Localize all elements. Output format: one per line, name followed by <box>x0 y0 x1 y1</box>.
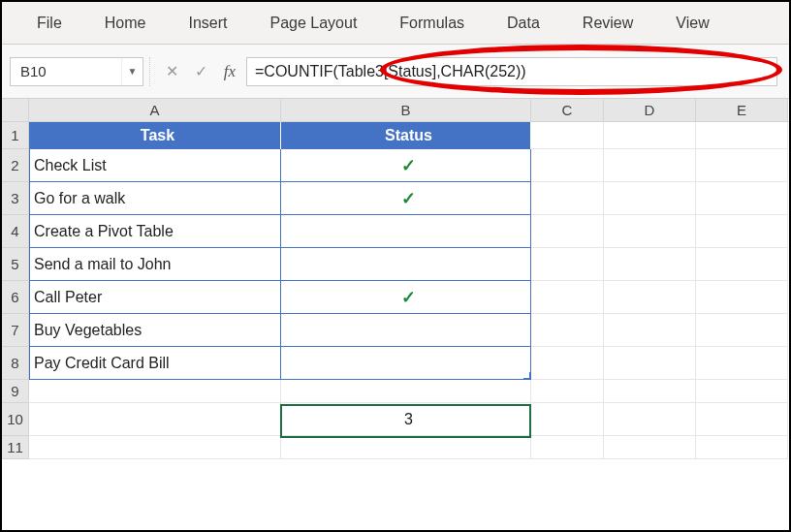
cancel-icon[interactable]: ✕ <box>157 57 186 86</box>
cell[interactable] <box>29 380 281 403</box>
ribbon-tab-file[interactable]: File <box>19 7 79 40</box>
cell[interactable] <box>604 281 696 314</box>
row-header-5[interactable]: 5 <box>2 248 29 281</box>
row-header-2[interactable]: 2 <box>2 149 29 182</box>
cell-task[interactable]: Send a mail to John <box>29 248 281 281</box>
table-row: 2 Check List ✓ <box>2 149 789 182</box>
cell-status[interactable] <box>281 314 531 347</box>
cell-d1[interactable] <box>604 122 696 149</box>
cell[interactable] <box>531 182 604 215</box>
cell-task[interactable]: Call Peter <box>29 281 281 314</box>
cell-status[interactable] <box>281 215 531 248</box>
cell-status[interactable]: ✓ <box>281 281 531 314</box>
checkmark-icon: ✓ <box>401 188 416 209</box>
cell[interactable] <box>696 314 788 347</box>
row-header-1[interactable]: 1 <box>2 122 29 149</box>
cell[interactable] <box>604 380 696 403</box>
cell[interactable] <box>604 149 696 182</box>
ribbon-tabs: File Home Insert Page Layout Formulas Da… <box>2 2 789 45</box>
column-header-e[interactable]: E <box>696 99 788 121</box>
cell[interactable] <box>696 403 788 436</box>
cell[interactable] <box>604 403 696 436</box>
cell[interactable] <box>531 403 604 436</box>
cell[interactable] <box>531 436 604 459</box>
row-header-6[interactable]: 6 <box>2 281 29 314</box>
cell-status[interactable] <box>281 248 531 281</box>
column-header-b[interactable]: B <box>281 99 531 121</box>
cell[interactable] <box>604 215 696 248</box>
cell-task[interactable]: Check List <box>29 149 281 182</box>
cell-c1[interactable] <box>531 122 604 149</box>
spreadsheet-grid[interactable]: A B C D E 1 Task Status 2 Check List ✓ 3… <box>2 99 789 459</box>
cell[interactable] <box>29 403 281 436</box>
cell[interactable] <box>696 347 788 380</box>
enter-icon[interactable]: ✓ <box>186 57 215 86</box>
table-row: 4 Create a Pivot Table <box>2 215 789 248</box>
row-header-10[interactable]: 10 <box>2 403 29 436</box>
cell[interactable] <box>604 314 696 347</box>
row-1: 1 Task Status <box>2 122 789 149</box>
table-row: 7 Buy Vegetables <box>2 314 789 347</box>
cell-task[interactable]: Pay Credit Card Bill <box>29 347 281 380</box>
checkmark-icon: ✓ <box>401 155 416 176</box>
formula-text: =COUNTIF(Table3[Status],CHAR(252)) <box>255 63 526 80</box>
cell[interactable] <box>696 182 788 215</box>
row-header-4[interactable]: 4 <box>2 215 29 248</box>
cell[interactable] <box>604 347 696 380</box>
select-all-corner[interactable] <box>2 99 29 121</box>
checkmark-icon: ✓ <box>401 287 416 308</box>
name-box[interactable]: B10 ▼ <box>10 57 143 86</box>
row-9: 9 <box>2 380 789 403</box>
row-header-9[interactable]: 9 <box>2 380 29 403</box>
cell-task[interactable]: Go for a walk <box>29 182 281 215</box>
cell-status[interactable]: ✓ <box>281 182 531 215</box>
cell[interactable] <box>29 436 281 459</box>
ribbon-tab-insert[interactable]: Insert <box>171 7 244 40</box>
cell[interactable] <box>531 380 604 403</box>
row-header-8[interactable]: 8 <box>2 347 29 380</box>
cell-task[interactable]: Buy Vegetables <box>29 314 281 347</box>
column-header-c[interactable]: C <box>531 99 604 121</box>
ribbon-tab-formulas[interactable]: Formulas <box>382 7 482 40</box>
cell[interactable] <box>696 380 788 403</box>
cell-status[interactable] <box>281 347 531 380</box>
name-box-dropdown-icon[interactable]: ▼ <box>121 58 142 85</box>
cell[interactable] <box>696 215 788 248</box>
cell[interactable] <box>281 380 531 403</box>
cell-result[interactable]: 3 <box>281 403 531 436</box>
cell-task[interactable]: Create a Pivot Table <box>29 215 281 248</box>
cell[interactable] <box>696 281 788 314</box>
row-header-3[interactable]: 3 <box>2 182 29 215</box>
cell[interactable] <box>531 248 604 281</box>
cell[interactable] <box>531 281 604 314</box>
ribbon-tab-page-layout[interactable]: Page Layout <box>252 7 374 40</box>
ribbon-tab-home[interactable]: Home <box>87 7 164 40</box>
row-header-7[interactable]: 7 <box>2 314 29 347</box>
cell[interactable] <box>696 248 788 281</box>
ribbon-tab-review[interactable]: Review <box>565 7 650 40</box>
table-header-task[interactable]: Task <box>29 122 281 149</box>
cell[interactable] <box>531 314 604 347</box>
row-header-11[interactable]: 11 <box>2 436 29 459</box>
cell-status[interactable]: ✓ <box>281 149 531 182</box>
formula-bar-divider <box>149 57 157 86</box>
column-header-row: A B C D E <box>2 99 789 122</box>
cell[interactable] <box>604 248 696 281</box>
column-header-d[interactable]: D <box>604 99 696 121</box>
cell[interactable] <box>604 182 696 215</box>
cell[interactable] <box>281 436 531 459</box>
cell[interactable] <box>531 149 604 182</box>
cell[interactable] <box>604 436 696 459</box>
table-header-status[interactable]: Status <box>281 122 531 149</box>
cell[interactable] <box>696 149 788 182</box>
column-header-a[interactable]: A <box>29 99 281 121</box>
ribbon-tab-data[interactable]: Data <box>490 7 557 40</box>
cell[interactable] <box>696 436 788 459</box>
formula-input[interactable]: =COUNTIF(Table3[Status],CHAR(252)) <box>246 57 777 86</box>
ribbon-tab-view[interactable]: View <box>658 7 726 40</box>
insert-function-icon[interactable]: fx <box>215 57 244 86</box>
cell[interactable] <box>531 347 604 380</box>
cell-e1[interactable] <box>696 122 788 149</box>
cell[interactable] <box>531 215 604 248</box>
table-resize-handle[interactable] <box>523 372 531 380</box>
